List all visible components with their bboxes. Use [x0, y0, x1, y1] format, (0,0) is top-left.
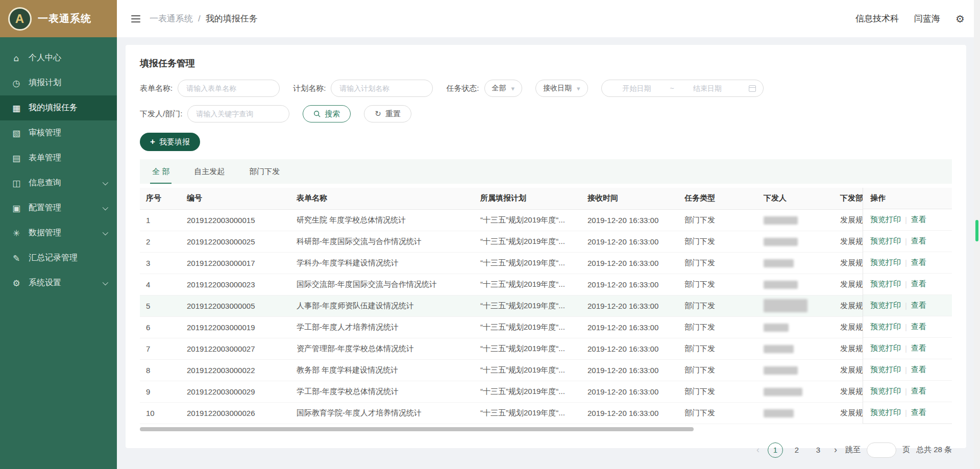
cell-issuer [757, 274, 834, 295]
cell-received-time: 2019-12-20 16:33:00 [581, 209, 678, 231]
view-link[interactable]: 查看 [911, 279, 926, 289]
next-page-button[interactable]: › [832, 445, 839, 455]
preview-print-link[interactable]: 预览打印 [870, 279, 901, 289]
preview-print-link[interactable]: 预览打印 [870, 343, 901, 353]
prev-page-button[interactable]: ‹ [754, 445, 762, 455]
sidebar-item-label: 系统设置 [29, 278, 61, 288]
refresh-icon [375, 109, 381, 118]
cell-received-time: 2019-12-20 16:33:00 [581, 316, 678, 338]
page-number-1[interactable]: 1 [768, 442, 783, 458]
cell-task-type: 部门下发 [678, 252, 757, 274]
preview-print-link[interactable]: 预览打印 [870, 258, 901, 267]
issuer-redacted-block [764, 281, 798, 289]
receive-date-select[interactable]: 接收日期 [535, 80, 588, 97]
table-row[interactable]: 2 2019122003000025 科研部-年度国际交流与合作情况统计 “十三… [140, 231, 952, 252]
table-row[interactable]: 10 2019122003000026 国际教育学院-年度人才培养情况统计 “十… [140, 402, 952, 424]
cell-code: 2019122003000027 [181, 338, 290, 359]
sidebar-item-label: 表单管理 [29, 153, 61, 163]
view-link[interactable]: 查看 [911, 322, 926, 332]
cell-code: 2019122003000022 [181, 359, 290, 381]
sidebar-item-personal-center[interactable]: 个人中心 [0, 45, 117, 70]
breadcrumb: 一表通系统 / 我的填报任务 [150, 13, 258, 24]
action-separator: | [905, 344, 907, 353]
page-jump-input[interactable] [867, 442, 896, 458]
end-date-input[interactable] [679, 84, 736, 92]
chevron-down-icon [103, 229, 108, 235]
cell-task-type: 部门下发 [678, 338, 757, 359]
i-want-to-fill-button[interactable]: 我要填报 [140, 133, 200, 151]
sidebar-item-audit-management[interactable]: 审核管理 [0, 120, 117, 145]
preview-print-link[interactable]: 预览打印 [870, 408, 901, 417]
cell-task-type: 部门下发 [678, 359, 757, 381]
page-number-2[interactable]: 2 [789, 442, 804, 458]
tab-all[interactable]: 全 部 [140, 159, 182, 184]
preview-print-link[interactable]: 预览打印 [870, 301, 901, 310]
cell-code: 2019122003000029 [181, 381, 290, 402]
cell-index: 1 [140, 209, 181, 231]
table-row[interactable]: 7 2019122003000027 资产管理部-年度学校总体情况统计 “十三五… [140, 338, 952, 359]
preview-print-link[interactable]: 预览打印 [870, 386, 901, 396]
page-number-3[interactable]: 3 [811, 442, 826, 458]
preview-print-link[interactable]: 预览打印 [870, 365, 901, 375]
range-separator: ~ [670, 84, 674, 92]
cell-plan: “十三五”规划2019年度“... [474, 231, 581, 252]
tab-department-issued[interactable]: 部门下发 [237, 159, 292, 184]
breadcrumb-root[interactable]: 一表通系统 [150, 13, 193, 24]
col-form-name: 表单名称 [290, 188, 474, 209]
cell-index: 3 [140, 252, 181, 274]
start-date-input[interactable] [609, 84, 665, 92]
plan-name-input[interactable] [331, 80, 433, 97]
task-status-select[interactable]: 全部 [484, 80, 523, 97]
table-row[interactable]: 5 2019122003000005 人事部-年度师资队伍建设情况统计 “十三五… [140, 295, 952, 316]
table-row[interactable]: 9 2019122003000029 学工部-年度学校总体情况统计 “十三五”规… [140, 381, 952, 402]
sidebar-item-info-query[interactable]: 信息查询 [0, 170, 117, 195]
view-link[interactable]: 查看 [911, 343, 926, 353]
sidebar-item-summary-records[interactable]: 汇总记录管理 [0, 245, 117, 270]
form-name-input[interactable] [178, 80, 280, 97]
task-list-icon [10, 103, 22, 113]
sidebar-item-fill-plan[interactable]: 填报计划 [0, 70, 117, 95]
preview-print-link[interactable]: 预览打印 [870, 215, 901, 225]
table-row[interactable]: 4 2019122003000023 国际交流部-年度国际交流与合作情况统计 “… [140, 274, 952, 295]
view-link[interactable]: 查看 [911, 236, 926, 246]
action-separator: | [905, 280, 907, 288]
cell-form-name: 研究生院 年度学校总体情况统计 [290, 209, 474, 231]
view-link[interactable]: 查看 [911, 386, 926, 396]
view-link[interactable]: 查看 [911, 258, 926, 267]
date-range-picker[interactable]: ~ [601, 80, 764, 97]
sidebar-item-form-management[interactable]: 表单管理 [0, 145, 117, 170]
cell-plan: “十三五”规划2019年度“... [474, 209, 581, 231]
vertical-scrollbar-thumb[interactable] [975, 220, 978, 241]
search-button[interactable]: 搜索 [303, 105, 351, 122]
preview-print-link[interactable]: 预览打印 [870, 236, 901, 246]
table-row[interactable]: 8 2019122003000022 教务部 年度学科建设情况统计 “十三五”规… [140, 359, 952, 381]
preview-print-link[interactable]: 预览打印 [870, 322, 901, 332]
view-link[interactable]: 查看 [911, 215, 926, 225]
sidebar-item-my-fill-tasks[interactable]: 我的填报任务 [0, 95, 117, 120]
user-name[interactable]: 闫蓝海 [914, 13, 940, 24]
reset-button[interactable]: 重置 [364, 105, 411, 122]
view-link[interactable]: 查看 [911, 408, 926, 417]
tab-self-initiated[interactable]: 自主发起 [182, 159, 237, 184]
issuer-redacted-block [764, 216, 798, 225]
sidebar-item-system-settings[interactable]: 系统设置 [0, 270, 117, 295]
info-query-icon [10, 178, 22, 188]
sidebar-item-config-management[interactable]: 配置管理 [0, 195, 117, 220]
horizontal-scrollbar-thumb[interactable] [140, 427, 694, 431]
menu-fold-icon[interactable] [130, 13, 141, 24]
main-column: 一表通系统 / 我的填报任务 信息技术科 闫蓝海 填报任务管理 表单名称: [117, 0, 980, 469]
cell-form-name: 国际交流部-年度国际交流与合作情况统计 [290, 274, 474, 295]
sidebar-item-data-management[interactable]: 数据管理 [0, 220, 117, 245]
row-actions: 预览打印 | 查看 [863, 316, 952, 338]
gear-icon[interactable] [955, 13, 965, 25]
task-status-value: 全部 [492, 84, 506, 93]
table-row[interactable]: 1 2019122003000015 研究生院 年度学校总体情况统计 “十三五”… [140, 209, 952, 231]
sidebar-item-label: 我的填报任务 [29, 103, 78, 113]
table-row[interactable]: 6 2019122003000019 学工部-年度人才培养情况统计 “十三五”规… [140, 316, 952, 338]
view-link[interactable]: 查看 [911, 301, 926, 310]
cell-plan: “十三五”规划2019年度“... [474, 274, 581, 295]
issuer-input[interactable] [187, 105, 289, 122]
table-row[interactable]: 3 2019122003000017 学科办-年度学科建设情况统计 “十三五”规… [140, 252, 952, 274]
col-received-time: 接收时间 [581, 188, 678, 209]
view-link[interactable]: 查看 [911, 365, 926, 375]
